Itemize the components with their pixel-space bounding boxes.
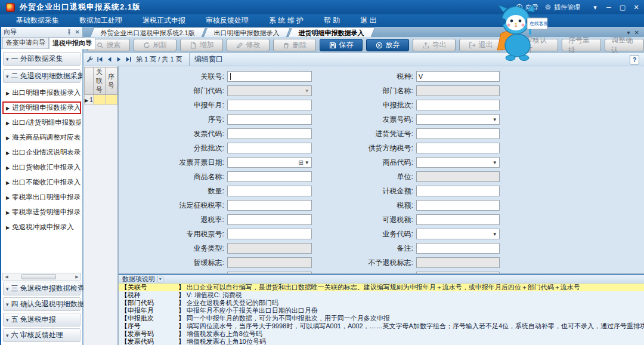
plugin-manager-button[interactable]: 插件管理 xyxy=(544,3,580,12)
special-tax-invoice-field[interactable] xyxy=(227,229,312,239)
scroll-right-icon[interactable]: ▶ xyxy=(73,275,80,279)
page-indicator: 第 1 页 / 共 1 页 xyxy=(136,55,182,64)
tree-section[interactable]: ▾三 免退税申报数据检查 xyxy=(3,282,80,295)
legal-tax-rate-field[interactable] xyxy=(227,200,312,211)
invoice-code-field[interactable] xyxy=(227,128,312,139)
notes-caret-down-icon[interactable]: ▾ xyxy=(157,276,163,282)
doc-tab[interactable]: 进货明细申报数据录入 xyxy=(288,27,375,37)
sidebar-tabs: 备案申请向导退税申报向导◀▶ xyxy=(1,38,82,49)
assoc-no-field[interactable] xyxy=(227,71,312,82)
tree-item[interactable]: ▶出口不能收汇申报录入（已认 xyxy=(2,176,81,189)
declare-batch-field[interactable] xyxy=(416,100,500,110)
form-control-wrap: ▼ xyxy=(227,85,312,96)
menu-item[interactable]: 帮 助 xyxy=(314,16,350,26)
sidebar-horizontal-scrollbar[interactable]: ◀ ▶ xyxy=(2,273,81,281)
batch-lot-field[interactable] xyxy=(227,143,312,153)
field-label: 不予退税标志: xyxy=(312,258,416,268)
tree-item[interactable]: ▶海关商品码调整对应表录入 xyxy=(2,131,81,144)
tree-item[interactable]: ▶免退税冲减申报录入 xyxy=(2,221,81,233)
sidebar-tab[interactable]: 退税申报向导 xyxy=(49,38,95,49)
refundable-amount-field[interactable] xyxy=(416,214,500,225)
purchase-voucher-field[interactable] xyxy=(416,128,500,139)
button-label: 导出 xyxy=(432,40,447,50)
discard-button[interactable]: 放弃 xyxy=(366,39,409,51)
arrow-right-icon: ▶ xyxy=(6,225,10,230)
save-button[interactable]: 保存 xyxy=(320,39,363,51)
scroll-left-icon[interactable]: ◀ xyxy=(3,275,10,279)
mark-field xyxy=(227,272,312,273)
field-label: 关联号: xyxy=(119,72,227,82)
maximize-icon[interactable]: ▢ xyxy=(618,4,627,11)
tree-section[interactable]: ▾二 免退税明细数据采集 xyxy=(3,69,80,83)
grid-cell[interactable] xyxy=(105,95,117,105)
grid-header-cell[interactable]: 关联号 xyxy=(93,67,105,95)
tax-amount-field[interactable] xyxy=(416,200,500,211)
row-selector[interactable]: ▶1 xyxy=(85,95,94,105)
remark-field[interactable] xyxy=(416,243,500,254)
last-page-icon[interactable] xyxy=(125,56,132,63)
tree-item[interactable]: ▶进货明细申报数据录入 xyxy=(2,101,81,114)
tree-item[interactable]: ▶出口企业情况说明表录入 xyxy=(2,146,81,159)
tree-section[interactable]: ▾一 外部数据采集 xyxy=(3,52,80,66)
seq-no-field[interactable] xyxy=(227,114,312,125)
grid-header-cell[interactable]: 序号 xyxy=(105,67,117,95)
menu-item[interactable]: 退 出 xyxy=(350,16,386,26)
menu-item[interactable]: 审核反馈处理 xyxy=(196,16,259,26)
tree-item[interactable]: ▶出口/进货明细申报数据录入 xyxy=(2,116,81,129)
grid-cell[interactable] xyxy=(93,95,105,105)
tree-section[interactable]: ▾六 审核反馈处理 xyxy=(3,328,80,342)
refund-rate-field[interactable] xyxy=(227,214,312,225)
sidebar-close-icon[interactable]: ✕ xyxy=(75,29,80,35)
adjust-confirm-button[interactable]: 调整确认 xyxy=(605,39,644,51)
doc-tab[interactable]: 外贸企业出口退税申报系统2.1版 xyxy=(90,27,206,37)
wrench-icon[interactable] xyxy=(86,56,94,63)
tree-item[interactable]: ▶零税率进货明细申报录入 xyxy=(2,206,81,218)
form-control-wrap: ▼ xyxy=(416,114,500,125)
menu-item[interactable]: 退税正式申报 xyxy=(132,16,196,26)
reorder-button[interactable]: 序号重排 xyxy=(562,39,601,51)
edit-button[interactable]: 修改 xyxy=(227,39,270,51)
form-control-wrap xyxy=(227,71,312,82)
delete-icon xyxy=(283,42,290,49)
menu-item[interactable]: 系 统 维 护 xyxy=(259,16,314,26)
sidebar-tab[interactable]: 备案申请向导 xyxy=(2,37,49,48)
grid-row[interactable]: ▶1 xyxy=(85,95,117,105)
help-button[interactable]: ? xyxy=(630,55,639,64)
invoice-date-field[interactable]: ⊞▼ xyxy=(227,157,312,168)
form-row: 退税率:可退税额: xyxy=(119,212,644,227)
tree-section[interactable]: ▾四 确认免退税明细数据 xyxy=(3,297,80,311)
first-page-icon[interactable] xyxy=(97,56,103,63)
pin-icon[interactable] xyxy=(66,29,72,35)
taxable-amount-field[interactable] xyxy=(416,186,500,196)
tax-type-field[interactable]: V xyxy=(416,71,500,82)
field-label: 单位: xyxy=(312,172,416,182)
goods-code-field[interactable]: ▼ xyxy=(416,157,500,168)
edit-panel-title: 编辑窗口 xyxy=(194,54,223,64)
business-code-field[interactable]: ▼ xyxy=(416,229,500,239)
declare-ym-field[interactable] xyxy=(227,100,312,110)
caret-down-icon[interactable]: ▾ xyxy=(591,4,599,11)
goods-name-field[interactable] xyxy=(227,171,312,182)
export-button[interactable]: 导出 xyxy=(413,39,456,51)
next-page-icon[interactable] xyxy=(116,56,122,63)
supplier-tax-no-field[interactable] xyxy=(416,143,500,153)
tree-item[interactable]: ▶零税率出口明细申报录入 xyxy=(2,191,81,204)
minimize-icon[interactable]: ─ xyxy=(605,4,613,11)
online-service-mascot[interactable]: 在线客服 xyxy=(490,2,550,62)
refresh-button[interactable]: 刷新 xyxy=(134,39,177,51)
quantity-field[interactable] xyxy=(227,186,312,196)
close-icon[interactable]: ✕ xyxy=(632,4,640,11)
prev-page-icon[interactable] xyxy=(106,56,113,63)
delete-button[interactable]: 删除 xyxy=(273,39,316,51)
add-button[interactable]: 增加 xyxy=(180,39,223,51)
menu-item[interactable]: 基础数据采集 xyxy=(6,16,69,26)
field-label: 申报年月: xyxy=(119,100,227,110)
menu-item[interactable]: 数据加工处理 xyxy=(69,16,132,26)
doc-tab[interactable]: 出口明细申报数据录入 xyxy=(203,27,290,37)
invoice-no-field[interactable]: ▼ xyxy=(416,114,500,125)
tree-item[interactable]: ▶出口明细申报数据录入 xyxy=(2,87,81,99)
scrollbar-thumb[interactable] xyxy=(21,274,56,279)
tree-section[interactable]: ▾五 免退税申报 xyxy=(3,313,80,326)
field-label: 业务代码: xyxy=(312,229,416,239)
tree-item[interactable]: ▶出口货物收汇申报录入（已认 xyxy=(2,161,81,174)
